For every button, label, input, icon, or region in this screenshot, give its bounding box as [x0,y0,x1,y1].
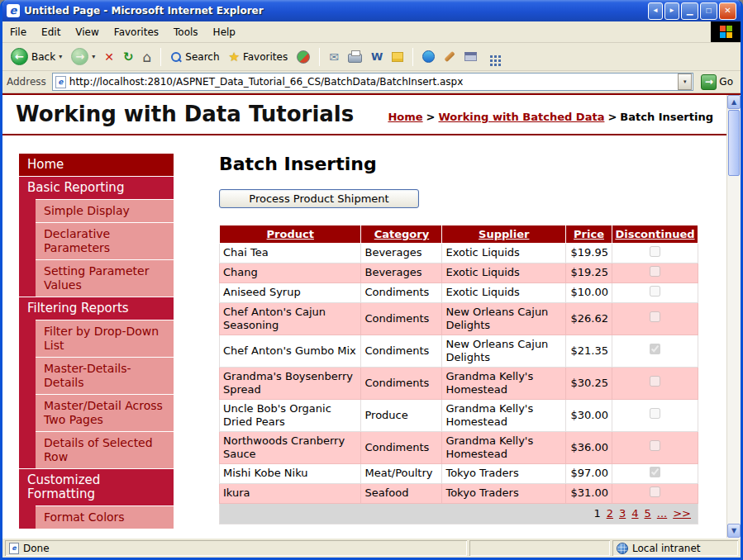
pager-next-link[interactable]: >> [673,507,691,520]
search-button[interactable]: Search [167,50,222,64]
go-button[interactable]: → Go [698,74,736,91]
back-button[interactable]: ← Back ▾ [7,46,65,67]
discuss-button[interactable] [388,50,407,64]
browser-window: e Untitled Page - Microsoft Internet Exp… [0,0,743,560]
breadcrumb-separator: > [604,111,620,123]
pager-page-5-link[interactable]: 5 [645,507,651,520]
menu-item-help[interactable]: Help [206,21,243,42]
column-header-supplier[interactable]: Supplier [479,228,529,240]
print-button[interactable] [345,49,365,64]
home-button[interactable]: ⌂ [139,47,155,67]
minimize-button[interactable]: ▁ [681,2,698,20]
sidebar-item-details-of-selected-row[interactable]: Details of Selected Row [36,431,174,468]
discuss-note-icon [392,52,403,62]
window-title: Untitled Page - Microsoft Internet Explo… [24,5,644,17]
category-cell: Beverages [361,243,442,263]
sidebar-item-customized-formatting[interactable]: Customized Formatting [19,469,174,505]
stop-button[interactable]: ✕ [101,49,117,65]
sidebar-group-basic-reporting: Basic Reporting Simple Display Declarati… [19,177,174,297]
forward-dropdown-icon: ▾ [92,53,95,60]
favorites-button[interactable]: ★ Favorites [226,48,292,66]
menu-item-view[interactable]: View [68,21,106,42]
discontinued-checkbox [650,440,660,451]
menu-item-tools[interactable]: Tools [166,21,206,42]
product-cell: Uncle Bob's Organic Dried Pears [220,399,361,431]
column-header-product[interactable]: Product [267,228,314,240]
media-button[interactable] [293,49,313,65]
status-pane-main: e Done [5,540,467,556]
address-input[interactable] [69,76,675,88]
scrollbar-track[interactable] [727,109,741,524]
table-row: Uncle Bob's Organic Dried Pears Produce … [220,399,698,431]
discontinued-cell [612,399,698,431]
discontinued-cell [612,263,698,282]
refresh-button[interactable]: ↻ [120,48,137,66]
address-bar: Address e ▾ → Go [2,71,741,93]
discontinued-cell [612,335,698,367]
sidebar-item-declarative-parameters[interactable]: Declarative Parameters [36,222,174,259]
sidebar-item-simple-display[interactable]: Simple Display [36,199,174,222]
pager-page-3-link[interactable]: 3 [619,507,626,520]
maximize-button[interactable]: □ [700,2,717,20]
supplier-cell: Exotic Liquids [442,282,566,302]
mail-button[interactable]: ✉ [326,49,342,65]
edit-with-word-button[interactable]: W [368,49,386,64]
product-cell: Chang [220,263,361,282]
sidebar-nav: Home Basic Reporting Simple Display Decl… [19,154,174,529]
scroll-down-button[interactable]: ▼ [727,524,741,538]
breadcrumb-current: Batch Inserting [620,111,713,123]
menu-item-favorites[interactable]: Favorites [107,21,166,42]
price-cell: $30.00 [566,399,612,431]
supplier-cell: Grandma Kelly's Homestead [442,431,566,463]
process-product-shipment-button[interactable]: Process Product Shipment [219,189,419,208]
table-row: Chai Tea Beverages Exotic Liquids $19.95 [220,243,698,263]
product-cell: Mishi Kobe Niku [220,463,361,483]
breadcrumb-link-section[interactable]: Working with Batched Data [438,111,604,123]
sidebar-item-format-colors[interactable]: Format Colors [36,505,174,529]
grid-header-row: Product Category Supplier Price Disconti… [220,225,698,243]
pager-ellipsis-link[interactable]: ... [657,507,667,520]
sidebar-item-setting-parameter-values[interactable]: Setting Parameter Values [36,259,174,297]
go-arrow-icon: → [701,74,717,90]
pager-page-4-link[interactable]: 4 [631,507,638,520]
main-content: Batch Inserting Process Product Shipment… [174,154,726,529]
pen-tool-button[interactable] [441,53,459,60]
category-cell: Condiments [361,282,442,302]
window-extra-left-button[interactable]: ◄ [648,2,663,20]
column-header-price[interactable]: Price [574,228,604,240]
quick-grid-button[interactable] [483,50,500,64]
vertical-scrollbar[interactable]: ▲ ▼ [726,95,741,538]
discontinued-checkbox [650,467,660,477]
supplier-cell: Exotic Liquids [442,243,566,263]
column-header-category[interactable]: Category [374,228,429,240]
sidebar-item-basic-reporting[interactable]: Basic Reporting [19,177,174,199]
go-label: Go [719,76,733,88]
scrollbar-thumb[interactable] [728,110,740,176]
address-dropdown-button[interactable]: ▾ [678,74,692,90]
forward-button[interactable]: → ▾ [68,46,98,67]
discontinued-cell [612,302,698,335]
ie-logo-icon: e [7,4,20,17]
sidebar-item-master-detail-two-pages[interactable]: Master/Detail Across Two Pages [36,394,174,431]
sidebar-item-filter-by-dropdown-list[interactable]: Filter by Drop-Down List [36,320,174,357]
scroll-up-button[interactable]: ▲ [727,95,741,109]
sidebar-item-master-details-details[interactable]: Master-Details-Details [36,357,174,394]
price-cell: $26.62 [566,302,612,335]
grid-dots-icon [490,55,493,58]
pager-page-2-link[interactable]: 2 [607,507,613,520]
sidebar-item-filtering-reports[interactable]: Filtering Reports [19,297,174,320]
stop-icon: ✕ [104,50,114,64]
messenger-button[interactable] [419,49,438,64]
menu-item-file[interactable]: File [2,21,34,42]
menu-item-edit[interactable]: Edit [34,21,68,42]
close-button[interactable]: ✕ [719,2,736,20]
research-button[interactable] [461,50,480,63]
sidebar-item-home[interactable]: Home [19,154,174,176]
product-cell: Ikura [220,483,361,503]
column-header-discontinued[interactable]: Discontinued [615,228,694,240]
breadcrumb-link-home[interactable]: Home [388,111,422,123]
window-extra-right-button[interactable]: ► [664,2,679,20]
status-bar: e Done Local intranet [2,538,741,558]
security-zone-text: Local intranet [632,543,701,554]
discontinued-checkbox [650,408,660,419]
